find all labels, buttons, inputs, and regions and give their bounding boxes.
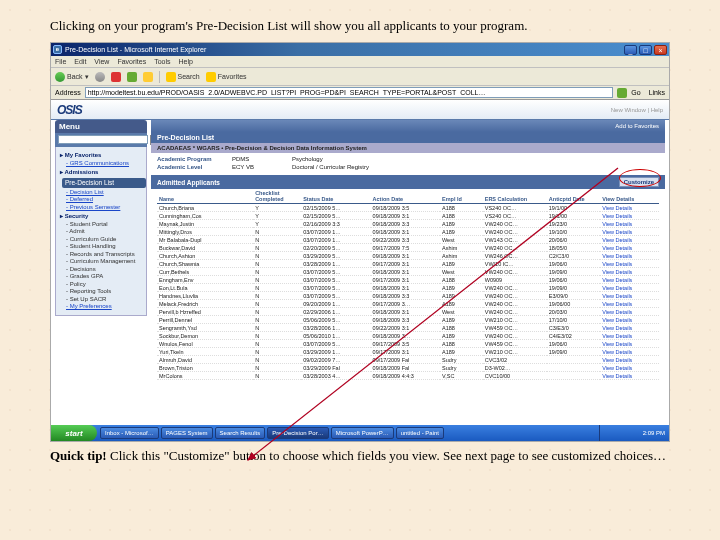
- filter-program-name: Psychology: [292, 156, 659, 162]
- taskbar-button[interactable]: untitled - Paint: [396, 427, 444, 439]
- column-header[interactable]: Action Date: [371, 189, 440, 204]
- menu-tools[interactable]: Tools: [154, 58, 170, 65]
- menu-link[interactable]: - Previous Semester: [60, 204, 144, 212]
- menu-help[interactable]: Help: [179, 58, 193, 65]
- view-details-link[interactable]: View Details: [602, 261, 632, 267]
- table-row: Mittingly,DrosN03/07/2009 1…09/18/2009 3…: [157, 228, 659, 236]
- go-button[interactable]: [617, 88, 627, 98]
- menu-item[interactable]: - Decisions: [60, 266, 144, 274]
- view-details-link[interactable]: View Details: [602, 245, 632, 251]
- menu-item[interactable]: - Grades GPA: [60, 273, 144, 281]
- links-label[interactable]: Links: [649, 89, 665, 96]
- menu-search-input[interactable]: [58, 135, 148, 144]
- taskbar-button[interactable]: Search Results: [215, 427, 266, 439]
- column-header[interactable]: Status Date: [301, 189, 370, 204]
- view-details-link[interactable]: View Details: [602, 341, 632, 347]
- view-details-link[interactable]: View Details: [602, 205, 632, 211]
- table-cell: 05/06/2010 1…: [301, 332, 370, 340]
- view-details-link[interactable]: View Details: [602, 357, 632, 363]
- table-row: Cunningham,CosY02/15/2009 5…09/18/2009 3…: [157, 212, 659, 220]
- address-input[interactable]: [85, 87, 614, 98]
- column-header[interactable]: Anticptd Date: [547, 189, 600, 204]
- view-details-link[interactable]: View Details: [602, 237, 632, 243]
- home-button[interactable]: [143, 72, 153, 82]
- table-cell: 09/20/2009 1…: [301, 300, 370, 308]
- customize-button[interactable]: Customize: [619, 177, 659, 187]
- taskbar-button[interactable]: PAGES System: [161, 427, 213, 439]
- view-details-link[interactable]: View Details: [602, 373, 632, 379]
- view-details-link[interactable]: View Details: [602, 229, 632, 235]
- menu-link[interactable]: - Decision List: [60, 189, 144, 197]
- add-favorites-link[interactable]: Add to Favorites: [615, 123, 659, 129]
- search-button[interactable]: Search: [166, 72, 200, 82]
- view-details-link[interactable]: View Details: [602, 253, 632, 259]
- taskbar-button[interactable]: Microsoft PowerP…: [331, 427, 394, 439]
- menu-link[interactable]: - My Preferences: [60, 303, 144, 311]
- menu-item[interactable]: - Reporting Tools: [60, 288, 144, 296]
- table-cell: View Details: [600, 356, 659, 364]
- banner-links[interactable]: New Window | Help: [611, 107, 663, 113]
- column-header[interactable]: Empl Id: [440, 189, 483, 204]
- menu-item[interactable]: - Curriculum Management: [60, 258, 144, 266]
- view-details-link[interactable]: View Details: [602, 269, 632, 275]
- menu-item[interactable]: - Policy: [60, 281, 144, 289]
- back-button[interactable]: Back ▾: [55, 72, 89, 82]
- menu-item[interactable]: - Curriculum Guide: [60, 236, 144, 244]
- menu-file[interactable]: File: [55, 58, 66, 65]
- view-details-link[interactable]: View Details: [602, 309, 632, 315]
- table-cell: View Details: [600, 244, 659, 252]
- favorites-button[interactable]: Favorites: [206, 72, 247, 82]
- start-button[interactable]: start: [51, 425, 97, 441]
- menu-category[interactable]: ▸ Security: [60, 213, 144, 221]
- view-details-link[interactable]: View Details: [602, 333, 632, 339]
- table-cell: [547, 372, 600, 380]
- menu-item[interactable]: - Student Handling: [60, 243, 144, 251]
- menu-item[interactable]: - Admit: [60, 228, 144, 236]
- menu-item[interactable]: - Records and Transcripts: [60, 251, 144, 259]
- column-header[interactable]: Checklist Completed: [253, 189, 301, 204]
- view-details-link[interactable]: View Details: [602, 317, 632, 323]
- view-details-link[interactable]: View Details: [602, 293, 632, 299]
- forward-button[interactable]: [95, 72, 105, 82]
- main-panel: Add to Favorites Pre-Decision List ACADA…: [151, 120, 665, 385]
- system-tray[interactable]: 2:09 PM: [599, 425, 669, 441]
- menu-item[interactable]: - Student Portal: [60, 221, 144, 229]
- view-details-link[interactable]: View Details: [602, 285, 632, 291]
- table-cell: 19/23/0: [547, 220, 600, 228]
- minimize-button[interactable]: _: [624, 45, 637, 55]
- view-details-link[interactable]: View Details: [602, 221, 632, 227]
- table-row: Pervill,b HzreffedN02/29/2006 1…09/18/20…: [157, 308, 659, 316]
- stop-button[interactable]: [111, 72, 121, 82]
- column-header[interactable]: View Details: [600, 189, 659, 204]
- maximize-button[interactable]: □: [639, 45, 652, 55]
- table-cell: Curr,Bethels: [157, 268, 253, 276]
- menu-link[interactable]: - GRS Communications: [60, 160, 144, 168]
- table-cell: Pervill,b Hzreffed: [157, 308, 253, 316]
- view-details-link[interactable]: View Details: [602, 365, 632, 371]
- table-cell: A189: [440, 332, 483, 340]
- menu-edit[interactable]: Edit: [74, 58, 86, 65]
- table-row: Yuri,TkelnN03/29/2009 1…09/17/2009 3:1A1…: [157, 348, 659, 356]
- column-header[interactable]: ERS Calculation: [483, 189, 547, 204]
- menu-category[interactable]: ▸ Admissions: [60, 169, 144, 177]
- menu-view[interactable]: View: [94, 58, 109, 65]
- column-header[interactable]: Name: [157, 189, 253, 204]
- view-details-link[interactable]: View Details: [602, 301, 632, 307]
- view-details-link[interactable]: View Details: [602, 349, 632, 355]
- menu-category[interactable]: ▸ My Favorites: [60, 152, 144, 160]
- list-header: Pre-Decision List: [151, 132, 665, 143]
- refresh-button[interactable]: [127, 72, 137, 82]
- table-cell: View Details: [600, 300, 659, 308]
- table-cell: V,SC: [440, 372, 483, 380]
- view-details-link[interactable]: View Details: [602, 213, 632, 219]
- menu-favorites[interactable]: Favorites: [117, 58, 146, 65]
- view-details-link[interactable]: View Details: [602, 325, 632, 331]
- taskbar-button[interactable]: Pre-Decision Por…: [267, 427, 328, 439]
- close-button[interactable]: ×: [654, 45, 667, 55]
- menu-item[interactable]: - Set Up SACR: [60, 296, 144, 304]
- taskbar-button[interactable]: Inbox - Microsof…: [100, 427, 159, 439]
- view-details-link[interactable]: View Details: [602, 277, 632, 283]
- table-cell: 19/06/0: [547, 276, 600, 284]
- menu-item-selected[interactable]: Pre-Decision List: [62, 178, 146, 188]
- menu-link[interactable]: - Deferred: [60, 196, 144, 204]
